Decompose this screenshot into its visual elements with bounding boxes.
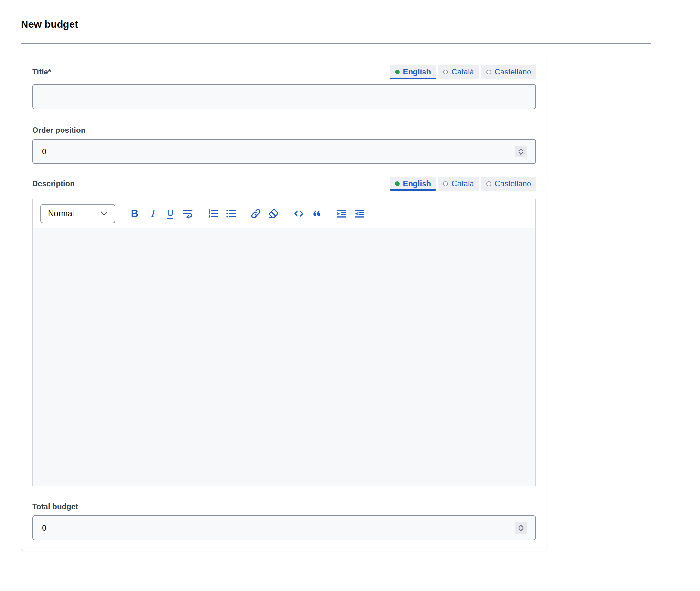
title-lang-tab-castellano[interactable]: Castellano <box>482 65 536 79</box>
indent-decrease-icon <box>354 208 365 219</box>
ordered-list-button[interactable]: 1 2 3 <box>207 207 218 220</box>
chevron-down-icon <box>101 211 108 215</box>
page: New budget Title* English Català Castell… <box>0 0 700 551</box>
text-style-group: B I U <box>129 207 193 220</box>
link-button[interactable] <box>250 207 261 220</box>
editor-toolbar: Normal B I U <box>33 199 535 228</box>
selected-language-dot-icon <box>395 182 400 186</box>
title-field-row: Title* English Català Castellano <box>32 65 536 79</box>
lang-tab-label: Castellano <box>495 179 531 188</box>
unselected-language-ring-icon <box>443 70 448 74</box>
lang-tab-label: English <box>403 179 431 188</box>
title-lang-tab-english[interactable]: English <box>390 65 436 79</box>
bold-icon: B <box>131 208 138 219</box>
unselected-language-ring-icon <box>443 182 448 186</box>
paragraph-style-select[interactable]: Normal <box>40 204 115 223</box>
selected-language-dot-icon <box>395 70 400 74</box>
lang-tab-label: Castellano <box>495 67 531 76</box>
description-lang-tab-castellano[interactable]: Castellano <box>482 177 536 191</box>
title-language-tabs: English Català Castellano <box>390 65 536 79</box>
code-quote-group <box>293 207 322 220</box>
paragraph-style-value: Normal <box>48 209 74 218</box>
order-position-label: Order position <box>32 125 536 135</box>
order-position-field <box>32 139 536 164</box>
total-budget-field <box>32 515 536 540</box>
lang-tab-label: English <box>403 67 431 76</box>
total-budget-input[interactable] <box>32 515 536 540</box>
code-button[interactable] <box>293 207 304 220</box>
bold-button[interactable]: B <box>129 207 140 220</box>
unordered-list-icon <box>225 208 236 219</box>
chevron-up-icon <box>518 148 524 151</box>
line-break-icon <box>182 208 193 219</box>
indent-increase-icon <box>336 208 347 219</box>
lang-tab-label: Català <box>451 67 474 76</box>
page-title: New budget <box>21 19 700 30</box>
link-group <box>250 207 279 220</box>
description-lang-tab-catala[interactable]: Català <box>438 177 479 191</box>
description-editor-content[interactable] <box>33 228 535 485</box>
link-icon <box>250 208 261 219</box>
total-budget-label: Total budget <box>32 502 536 511</box>
quote-icon <box>311 208 322 219</box>
description-lang-tab-english[interactable]: English <box>390 177 436 191</box>
toolbar-buttons: B I U <box>129 207 365 220</box>
title-divider <box>21 43 651 44</box>
description-language-tabs: English Català Castellano <box>390 177 536 191</box>
unordered-list-button[interactable] <box>225 207 236 220</box>
list-group: 1 2 3 <box>207 207 236 220</box>
chevron-down-icon <box>518 152 524 155</box>
order-position-input[interactable] <box>32 139 536 164</box>
description-editor: Normal B I U <box>32 199 536 486</box>
indent-group <box>336 207 365 220</box>
description-label: Description <box>32 179 75 188</box>
title-lang-tab-catala[interactable]: Català <box>438 65 479 79</box>
new-budget-form-card: Title* English Català Castellano Order p… <box>21 55 547 551</box>
title-label: Title* <box>32 67 51 76</box>
ordered-list-icon: 1 2 3 <box>207 208 218 219</box>
chevron-down-icon <box>518 528 524 531</box>
chevron-up-icon <box>518 525 524 528</box>
italic-icon: I <box>150 208 154 219</box>
order-position-stepper[interactable] <box>515 146 527 157</box>
outdent-button[interactable] <box>354 207 365 220</box>
title-input[interactable] <box>32 84 536 109</box>
description-field-row: Description English Català Castellano <box>32 177 536 191</box>
eraser-icon <box>268 208 279 219</box>
underline-icon: U <box>167 208 173 219</box>
line-break-button[interactable] <box>182 207 193 220</box>
blockquote-button[interactable] <box>311 207 322 220</box>
underline-button[interactable]: U <box>165 207 176 220</box>
unselected-language-ring-icon <box>486 182 491 186</box>
total-budget-stepper[interactable] <box>515 522 527 534</box>
unselected-language-ring-icon <box>486 70 491 74</box>
clear-format-button[interactable] <box>268 207 279 220</box>
lang-tab-label: Català <box>451 179 474 188</box>
indent-button[interactable] <box>336 207 347 220</box>
code-icon <box>293 208 304 219</box>
svg-text:3: 3 <box>208 215 210 218</box>
italic-button[interactable]: I <box>147 207 158 220</box>
